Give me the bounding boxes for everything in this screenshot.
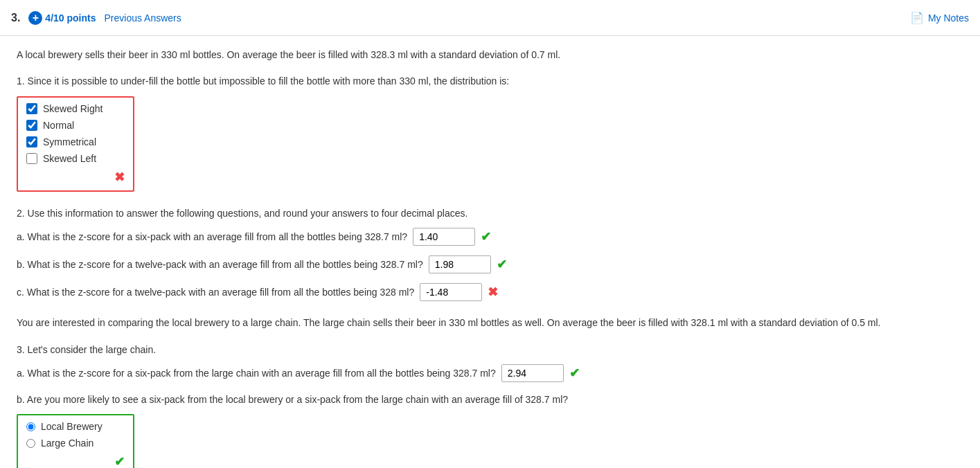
q2a-input[interactable] — [413, 228, 475, 246]
compare-text: You are interested in comparing the loca… — [17, 315, 953, 330]
q3b-option-local-brewery: Local Brewery — [26, 421, 125, 432]
q2a-row: a. What is the z-score for a six-pack wi… — [17, 228, 953, 246]
q2b-input[interactable] — [429, 255, 491, 273]
question-number: 3. — [11, 12, 20, 24]
q2c-input[interactable] — [420, 283, 482, 301]
intro-text: A local brewery sells their beer in 330 … — [17, 47, 953, 62]
q1-label: 1. Since it is possible to under-fill th… — [17, 73, 953, 89]
q3b-label-local-brewery: Local Brewery — [41, 421, 103, 432]
q3b-label: b. Are you more likely to see a six-pack… — [17, 392, 953, 407]
q3a-input[interactable] — [501, 364, 564, 382]
q3b-correct-indicator: ✔ — [26, 454, 125, 468]
q1-wrong-indicator: ✖ — [26, 170, 125, 185]
q1-option-normal: Normal — [26, 120, 125, 131]
q1-checkbox-skewed-right[interactable] — [26, 103, 37, 114]
q2c-x-icon: ✖ — [488, 285, 498, 300]
points-label: 4/10 points — [45, 12, 96, 24]
my-notes-button[interactable]: 📄 My Notes — [910, 11, 969, 24]
main-content: A local brewery sells their beer in 330 … — [0, 36, 970, 468]
q3b-label-large-chain: Large Chain — [41, 438, 93, 449]
notes-icon: 📄 — [910, 11, 924, 24]
q1-checkbox-group: Skewed Right Normal Symmetrical Skewed L… — [17, 96, 134, 192]
q3-label: 3. Let's consider the large chain. — [17, 342, 953, 357]
q1-option-skewed-right: Skewed Right — [26, 103, 125, 114]
q3b-option-large-chain: Large Chain — [26, 438, 125, 449]
q3a-row: a. What is the z-score for a six-pack fr… — [17, 364, 953, 382]
q1-checkbox-symmetrical[interactable] — [26, 136, 37, 147]
plus-circle-icon: + — [28, 11, 42, 25]
question-3-block: 3. Let's consider the large chain. a. Wh… — [17, 342, 953, 468]
q2c-row: c. What is the z-score for a twelve-pack… — [17, 283, 953, 301]
q1-label-skewed-left: Skewed Left — [43, 153, 96, 164]
my-notes-label: My Notes — [928, 12, 969, 24]
q3b-radio-local-brewery[interactable] — [26, 422, 35, 431]
points-badge: + 4/10 points — [28, 11, 96, 25]
q1-x-icon: ✖ — [114, 170, 125, 185]
question-1-block: 1. Since it is possible to under-fill th… — [17, 73, 953, 191]
question-2-block: 2. Use this information to answer the fo… — [17, 206, 953, 301]
q2a-check-icon: ✔ — [481, 229, 491, 244]
q3b-check-icon: ✔ — [114, 454, 125, 468]
q3a-check-icon: ✔ — [569, 366, 580, 381]
q2c-label: c. What is the z-score for a twelve-pack… — [17, 285, 414, 300]
q2b-check-icon: ✔ — [497, 257, 507, 272]
q1-label-skewed-right: Skewed Right — [43, 103, 103, 114]
q1-option-skewed-left: Skewed Left — [26, 153, 125, 164]
q1-label-normal: Normal — [43, 120, 74, 131]
q2a-label: a. What is the z-score for a six-pack wi… — [17, 229, 407, 244]
q1-option-symmetrical: Symmetrical — [26, 136, 125, 147]
q2b-row: b. What is the z-score for a twelve-pack… — [17, 255, 953, 273]
page-header: 3. + 4/10 points Previous Answers 📄 My N… — [0, 0, 980, 36]
q2-label: 2. Use this information to answer the fo… — [17, 206, 953, 221]
q3a-label: a. What is the z-score for a six-pack fr… — [17, 366, 496, 381]
q3b-radio-group: Local Brewery Large Chain ✔ — [17, 414, 134, 468]
header-left: 3. + 4/10 points Previous Answers — [11, 11, 181, 25]
previous-answers-link[interactable]: Previous Answers — [104, 12, 181, 24]
q1-checkbox-normal[interactable] — [26, 120, 37, 131]
q1-checkbox-skewed-left[interactable] — [26, 153, 37, 164]
q2b-label: b. What is the z-score for a twelve-pack… — [17, 257, 423, 272]
q3b-radio-large-chain[interactable] — [26, 439, 35, 448]
q1-label-symmetrical: Symmetrical — [43, 136, 96, 147]
